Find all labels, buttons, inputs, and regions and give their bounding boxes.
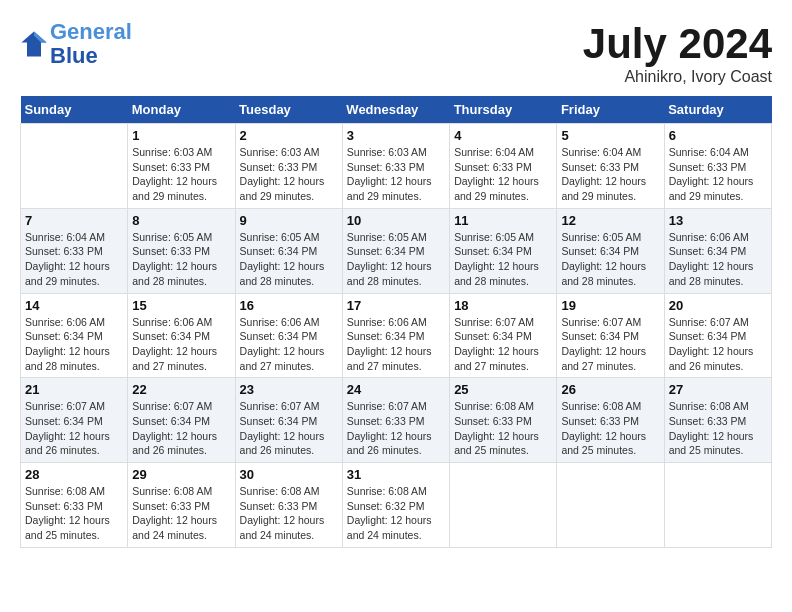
calendar-body: 1Sunrise: 6:03 AMSunset: 6:33 PMDaylight… [21, 124, 772, 548]
day-info: Sunrise: 6:08 AMSunset: 6:32 PMDaylight:… [347, 484, 445, 543]
day-number: 11 [454, 213, 552, 228]
day-info: Sunrise: 6:04 AMSunset: 6:33 PMDaylight:… [25, 230, 123, 289]
calendar-cell [21, 124, 128, 209]
day-number: 22 [132, 382, 230, 397]
calendar-cell: 29Sunrise: 6:08 AMSunset: 6:33 PMDayligh… [128, 463, 235, 548]
day-info: Sunrise: 6:05 AMSunset: 6:34 PMDaylight:… [561, 230, 659, 289]
calendar-cell [450, 463, 557, 548]
day-number: 13 [669, 213, 767, 228]
day-info: Sunrise: 6:05 AMSunset: 6:34 PMDaylight:… [240, 230, 338, 289]
day-info: Sunrise: 6:08 AMSunset: 6:33 PMDaylight:… [240, 484, 338, 543]
day-number: 29 [132, 467, 230, 482]
day-info: Sunrise: 6:07 AMSunset: 6:34 PMDaylight:… [25, 399, 123, 458]
day-info: Sunrise: 6:07 AMSunset: 6:33 PMDaylight:… [347, 399, 445, 458]
day-number: 26 [561, 382, 659, 397]
day-info: Sunrise: 6:03 AMSunset: 6:33 PMDaylight:… [347, 145, 445, 204]
day-number: 6 [669, 128, 767, 143]
logo: GeneralBlue [20, 20, 132, 68]
page-header: GeneralBlue July 2024 Ahinikro, Ivory Co… [20, 20, 772, 86]
day-number: 12 [561, 213, 659, 228]
calendar-cell: 12Sunrise: 6:05 AMSunset: 6:34 PMDayligh… [557, 208, 664, 293]
day-number: 19 [561, 298, 659, 313]
calendar-cell: 20Sunrise: 6:07 AMSunset: 6:34 PMDayligh… [664, 293, 771, 378]
calendar-cell: 27Sunrise: 6:08 AMSunset: 6:33 PMDayligh… [664, 378, 771, 463]
day-info: Sunrise: 6:08 AMSunset: 6:33 PMDaylight:… [669, 399, 767, 458]
day-info: Sunrise: 6:07 AMSunset: 6:34 PMDaylight:… [669, 315, 767, 374]
day-number: 9 [240, 213, 338, 228]
day-info: Sunrise: 6:05 AMSunset: 6:33 PMDaylight:… [132, 230, 230, 289]
day-number: 30 [240, 467, 338, 482]
day-number: 5 [561, 128, 659, 143]
day-info: Sunrise: 6:04 AMSunset: 6:33 PMDaylight:… [561, 145, 659, 204]
week-row-5: 28Sunrise: 6:08 AMSunset: 6:33 PMDayligh… [21, 463, 772, 548]
header-row: SundayMondayTuesdayWednesdayThursdayFrid… [21, 96, 772, 124]
calendar-cell: 26Sunrise: 6:08 AMSunset: 6:33 PMDayligh… [557, 378, 664, 463]
title-section: July 2024 Ahinikro, Ivory Coast [583, 20, 772, 86]
week-row-3: 14Sunrise: 6:06 AMSunset: 6:34 PMDayligh… [21, 293, 772, 378]
day-info: Sunrise: 6:08 AMSunset: 6:33 PMDaylight:… [132, 484, 230, 543]
day-info: Sunrise: 6:06 AMSunset: 6:34 PMDaylight:… [669, 230, 767, 289]
calendar-cell: 4Sunrise: 6:04 AMSunset: 6:33 PMDaylight… [450, 124, 557, 209]
day-number: 28 [25, 467, 123, 482]
day-info: Sunrise: 6:06 AMSunset: 6:34 PMDaylight:… [132, 315, 230, 374]
day-info: Sunrise: 6:08 AMSunset: 6:33 PMDaylight:… [25, 484, 123, 543]
day-info: Sunrise: 6:07 AMSunset: 6:34 PMDaylight:… [561, 315, 659, 374]
calendar-header: SundayMondayTuesdayWednesdayThursdayFrid… [21, 96, 772, 124]
day-number: 2 [240, 128, 338, 143]
calendar-cell: 18Sunrise: 6:07 AMSunset: 6:34 PMDayligh… [450, 293, 557, 378]
calendar-cell: 21Sunrise: 6:07 AMSunset: 6:34 PMDayligh… [21, 378, 128, 463]
day-info: Sunrise: 6:06 AMSunset: 6:34 PMDaylight:… [347, 315, 445, 374]
day-number: 4 [454, 128, 552, 143]
day-header-saturday: Saturday [664, 96, 771, 124]
day-number: 23 [240, 382, 338, 397]
week-row-4: 21Sunrise: 6:07 AMSunset: 6:34 PMDayligh… [21, 378, 772, 463]
calendar-cell: 14Sunrise: 6:06 AMSunset: 6:34 PMDayligh… [21, 293, 128, 378]
day-header-friday: Friday [557, 96, 664, 124]
logo-icon [20, 30, 48, 58]
day-header-tuesday: Tuesday [235, 96, 342, 124]
day-number: 31 [347, 467, 445, 482]
day-number: 21 [25, 382, 123, 397]
calendar-cell: 22Sunrise: 6:07 AMSunset: 6:34 PMDayligh… [128, 378, 235, 463]
day-number: 18 [454, 298, 552, 313]
day-number: 15 [132, 298, 230, 313]
day-number: 14 [25, 298, 123, 313]
calendar-cell: 5Sunrise: 6:04 AMSunset: 6:33 PMDaylight… [557, 124, 664, 209]
calendar-cell: 15Sunrise: 6:06 AMSunset: 6:34 PMDayligh… [128, 293, 235, 378]
calendar-cell: 6Sunrise: 6:04 AMSunset: 6:33 PMDaylight… [664, 124, 771, 209]
calendar-cell: 3Sunrise: 6:03 AMSunset: 6:33 PMDaylight… [342, 124, 449, 209]
day-header-sunday: Sunday [21, 96, 128, 124]
day-number: 7 [25, 213, 123, 228]
day-info: Sunrise: 6:07 AMSunset: 6:34 PMDaylight:… [240, 399, 338, 458]
day-number: 10 [347, 213, 445, 228]
month-title: July 2024 [583, 20, 772, 68]
day-info: Sunrise: 6:04 AMSunset: 6:33 PMDaylight:… [454, 145, 552, 204]
calendar-cell: 9Sunrise: 6:05 AMSunset: 6:34 PMDaylight… [235, 208, 342, 293]
calendar-cell: 1Sunrise: 6:03 AMSunset: 6:33 PMDaylight… [128, 124, 235, 209]
calendar-cell: 19Sunrise: 6:07 AMSunset: 6:34 PMDayligh… [557, 293, 664, 378]
day-number: 3 [347, 128, 445, 143]
day-number: 1 [132, 128, 230, 143]
day-info: Sunrise: 6:06 AMSunset: 6:34 PMDaylight:… [25, 315, 123, 374]
logo-text: GeneralBlue [50, 20, 132, 68]
day-number: 20 [669, 298, 767, 313]
day-number: 8 [132, 213, 230, 228]
calendar-cell: 10Sunrise: 6:05 AMSunset: 6:34 PMDayligh… [342, 208, 449, 293]
calendar-cell: 24Sunrise: 6:07 AMSunset: 6:33 PMDayligh… [342, 378, 449, 463]
day-number: 16 [240, 298, 338, 313]
day-number: 27 [669, 382, 767, 397]
day-info: Sunrise: 6:07 AMSunset: 6:34 PMDaylight:… [132, 399, 230, 458]
calendar-cell: 23Sunrise: 6:07 AMSunset: 6:34 PMDayligh… [235, 378, 342, 463]
calendar-cell: 7Sunrise: 6:04 AMSunset: 6:33 PMDaylight… [21, 208, 128, 293]
week-row-1: 1Sunrise: 6:03 AMSunset: 6:33 PMDaylight… [21, 124, 772, 209]
calendar-cell: 13Sunrise: 6:06 AMSunset: 6:34 PMDayligh… [664, 208, 771, 293]
calendar-table: SundayMondayTuesdayWednesdayThursdayFrid… [20, 96, 772, 548]
day-info: Sunrise: 6:04 AMSunset: 6:33 PMDaylight:… [669, 145, 767, 204]
day-header-thursday: Thursday [450, 96, 557, 124]
calendar-cell: 25Sunrise: 6:08 AMSunset: 6:33 PMDayligh… [450, 378, 557, 463]
day-info: Sunrise: 6:06 AMSunset: 6:34 PMDaylight:… [240, 315, 338, 374]
calendar-cell: 8Sunrise: 6:05 AMSunset: 6:33 PMDaylight… [128, 208, 235, 293]
calendar-cell: 11Sunrise: 6:05 AMSunset: 6:34 PMDayligh… [450, 208, 557, 293]
calendar-cell: 16Sunrise: 6:06 AMSunset: 6:34 PMDayligh… [235, 293, 342, 378]
week-row-2: 7Sunrise: 6:04 AMSunset: 6:33 PMDaylight… [21, 208, 772, 293]
